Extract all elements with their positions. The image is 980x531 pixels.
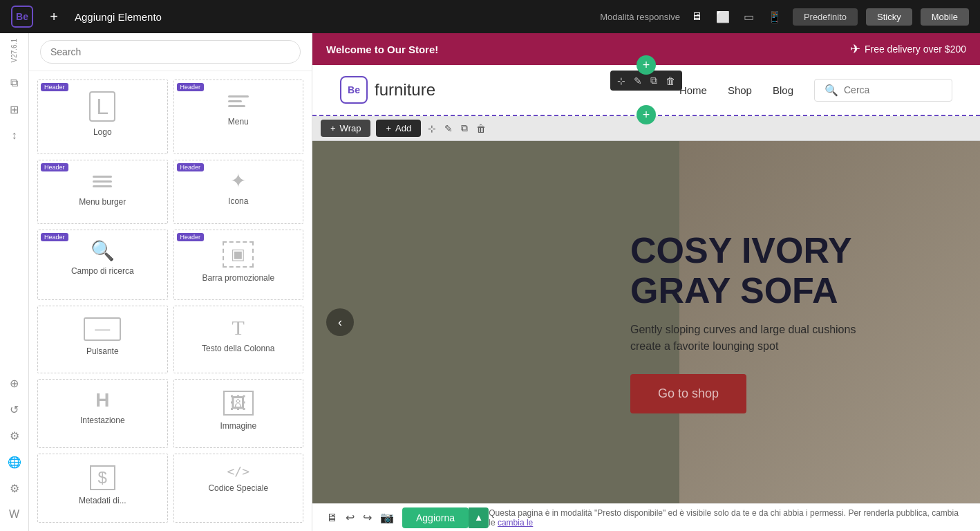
bottom-status-bar: 🖥 ↩ ↪ 📷 Aggiorna ▲ Questa pagina è in mo… (312, 503, 980, 531)
intestazione-label: Intestazione (80, 416, 125, 425)
hero-section: COSY IVORYGRAY SOFA Gently sloping curve… (312, 141, 980, 503)
nav-home[interactable]: Home (679, 84, 707, 96)
element-card-menu[interactable]: Header Menu (173, 80, 304, 154)
barra-label: Barra promozionale (202, 273, 274, 283)
wrap-plus-icon: + (330, 123, 336, 133)
element-card-immagine[interactable]: 🖼 Immagine (173, 379, 304, 448)
update-button[interactable]: Aggiorna (402, 507, 469, 528)
element-card-menu-burger[interactable]: Header Menu burger (37, 160, 168, 224)
delete-icon[interactable]: 🗑 (664, 74, 677, 88)
undo-icon[interactable]: ↩ (346, 511, 355, 524)
filter-icon[interactable]: ⚙ (3, 425, 26, 447)
header-badge-menu: Header (177, 83, 205, 91)
edit-icon[interactable]: ✎ (632, 74, 643, 88)
site-search[interactable]: 🔍 (814, 79, 952, 102)
site-search-input[interactable] (844, 84, 927, 95)
airplane-icon: ✈ (850, 41, 860, 57)
wrap-button[interactable]: + Wrap (321, 120, 370, 137)
wordpress-icon[interactable]: W (3, 503, 26, 525)
add-button[interactable]: + Add (376, 120, 421, 137)
add-move-icon[interactable]: ⊹ (426, 122, 437, 136)
mobile-button[interactable]: Mobile (921, 8, 969, 26)
promo-delivery: ✈ Free delivery over $200 (850, 41, 966, 57)
left-icon-strip: V27.6.1 ⧉ ⊞ ↕ ⊕ ↺ ⚙ 🌐 ⚙ W (0, 33, 29, 531)
element-picker-sidebar: Header L Logo Header Menu Header (29, 33, 312, 531)
sticky-button[interactable]: Sticky (866, 8, 912, 26)
slider-prev-button[interactable]: ‹ (326, 308, 354, 336)
delivery-text: Free delivery over $200 (865, 44, 966, 55)
metadati-icon: $ (90, 465, 115, 490)
header-badge-barra: Header (177, 233, 205, 241)
layers-icon[interactable]: ⧉ (3, 72, 26, 94)
search-input[interactable] (40, 40, 301, 64)
campo-ricerca-label: Campo di ricerca (71, 266, 134, 276)
element-card-pulsante[interactable]: — Pulsante (37, 306, 168, 373)
search-area (29, 33, 312, 71)
globe-icon[interactable]: 🌐 (3, 451, 26, 473)
sort-icon[interactable]: ↕ (3, 124, 26, 147)
add-action-bar: + Add ⊹ ✎ ⧉ 🗑 (376, 120, 487, 137)
add-label: Add (395, 123, 411, 133)
canvas-area: Welcome to Our Store! ✈ Free delivery ov… (312, 33, 980, 531)
element-card-logo[interactable]: Header L Logo (37, 80, 168, 154)
mobile-icon[interactable]: 📱 (765, 8, 784, 26)
icona-element-icon: ✦ (230, 171, 246, 191)
move-icon[interactable]: ⊹ (616, 74, 627, 88)
desktop-icon[interactable]: 🖥 (688, 8, 705, 26)
version-label: V27.6.1 (10, 39, 18, 62)
pulsante-label: Pulsante (86, 346, 119, 356)
settings-icon[interactable]: ⚙ (3, 477, 26, 499)
app-logo: Be (11, 6, 33, 28)
logo-box: Be (340, 76, 368, 104)
link-icon[interactable]: ⧉ (649, 73, 659, 88)
tablet-portrait-icon[interactable]: ▭ (741, 8, 757, 26)
codice-label: Codice Speciale (208, 483, 268, 493)
site-nav: Home Shop Blog (679, 84, 793, 96)
app-title: Aggiungi Elemento (75, 11, 162, 23)
layers-panel-icon[interactable]: ⊕ (3, 372, 26, 394)
promo-message: Welcome to Our Store! (326, 44, 438, 55)
refresh-icon[interactable]: ↺ (3, 398, 26, 420)
add-copy-icon[interactable]: ⧉ (460, 121, 469, 136)
metadati-label: Metadati di... (79, 496, 126, 505)
add-above-button[interactable]: + (637, 55, 656, 75)
menu-label: Menu (228, 117, 249, 127)
notice-text: Questa pagina è in modalità "Presto disp… (489, 508, 959, 528)
redo-icon[interactable]: ↪ (363, 511, 372, 524)
add-below-button[interactable]: + (637, 105, 656, 124)
immagine-icon: 🖼 (223, 391, 254, 416)
element-card-codice[interactable]: </> Codice Speciale (173, 454, 304, 523)
notice-link[interactable]: cambia le (498, 518, 533, 528)
predefinito-button[interactable]: Predefinito (793, 8, 858, 26)
campo-ricerca-icon: 🔍 (91, 241, 115, 261)
menu-burger-label: Menu burger (79, 197, 126, 207)
element-card-icona[interactable]: Header ✦ Icona (173, 160, 304, 224)
wrap-label: Wrap (340, 123, 361, 133)
add-edit-icon[interactable]: ✎ (443, 122, 454, 136)
element-card-testo[interactable]: T Testo della Colonna (173, 306, 304, 373)
go-to-shop-button[interactable]: Go to shop (630, 374, 746, 413)
screenshot-icon[interactable]: 📷 (380, 511, 394, 524)
immagine-label: Immagine (220, 421, 256, 431)
nav-blog[interactable]: Blog (773, 84, 793, 96)
add-delete-icon[interactable]: 🗑 (475, 122, 487, 136)
site-logo: Be furniture (340, 76, 435, 104)
nav-shop[interactable]: Shop (728, 84, 752, 96)
update-dropdown-button[interactable]: ▲ (469, 507, 489, 528)
hero-title: COSY IVORYGRAY SOFA (630, 231, 865, 310)
codice-icon: </> (227, 465, 249, 478)
add-section-icon[interactable]: ⊞ (3, 98, 26, 120)
element-card-campo-ricerca[interactable]: Header 🔍 Campo di ricerca (37, 230, 168, 300)
icona-label: Icona (228, 196, 248, 206)
element-card-barra[interactable]: Header ▣ Barra promozionale (173, 230, 304, 300)
element-card-intestazione[interactable]: H Intestazione (37, 379, 168, 448)
testo-label: Testo della Colonna (202, 344, 274, 353)
search-icon: 🔍 (824, 84, 838, 97)
hero-description: Gently sloping curves and large dual cus… (630, 322, 865, 355)
logo-element-icon: L (89, 91, 115, 122)
header-badge-icona: Header (177, 163, 205, 171)
tablet-landscape-icon[interactable]: ⬜ (713, 8, 733, 26)
element-card-metadati[interactable]: $ Metadati di... (37, 454, 168, 523)
brand-name: furniture (375, 80, 435, 100)
add-element-button[interactable]: + (44, 7, 64, 26)
